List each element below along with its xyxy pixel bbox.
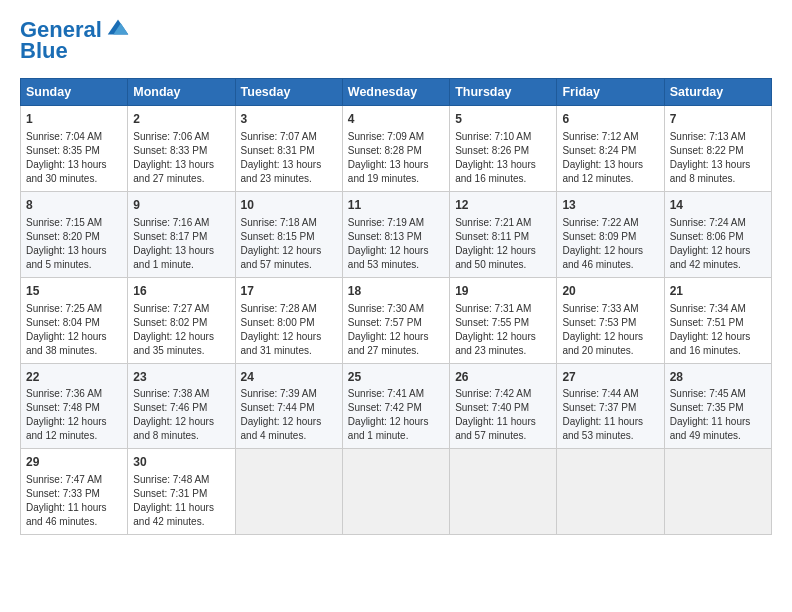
day-cell: 28Sunrise: 7:45 AMSunset: 7:35 PMDayligh… (664, 363, 771, 449)
day-cell: 14Sunrise: 7:24 AMSunset: 8:06 PMDayligh… (664, 191, 771, 277)
day-info-line: Sunset: 7:57 PM (348, 316, 444, 330)
day-cell: 23Sunrise: 7:38 AMSunset: 7:46 PMDayligh… (128, 363, 235, 449)
day-cell: 24Sunrise: 7:39 AMSunset: 7:44 PMDayligh… (235, 363, 342, 449)
day-info-line: Daylight: 13 hours and 5 minutes. (26, 244, 122, 272)
day-number: 8 (26, 197, 122, 214)
day-info-line: Sunset: 8:20 PM (26, 230, 122, 244)
day-number: 26 (455, 369, 551, 386)
day-cell: 1Sunrise: 7:04 AMSunset: 8:35 PMDaylight… (21, 106, 128, 192)
day-cell: 10Sunrise: 7:18 AMSunset: 8:15 PMDayligh… (235, 191, 342, 277)
day-info-line: Sunrise: 7:30 AM (348, 302, 444, 316)
day-number: 30 (133, 454, 229, 471)
day-info-line: Daylight: 13 hours and 12 minutes. (562, 158, 658, 186)
day-cell: 8Sunrise: 7:15 AMSunset: 8:20 PMDaylight… (21, 191, 128, 277)
day-info-line: Sunrise: 7:36 AM (26, 387, 122, 401)
day-info-line: Sunrise: 7:15 AM (26, 216, 122, 230)
day-info-line: Sunrise: 7:41 AM (348, 387, 444, 401)
day-info-line: Sunrise: 7:34 AM (670, 302, 766, 316)
day-info-line: Sunset: 8:00 PM (241, 316, 337, 330)
day-number: 9 (133, 197, 229, 214)
day-number: 25 (348, 369, 444, 386)
day-info-line: Daylight: 13 hours and 27 minutes. (133, 158, 229, 186)
day-info-line: Sunrise: 7:12 AM (562, 130, 658, 144)
day-cell: 17Sunrise: 7:28 AMSunset: 8:00 PMDayligh… (235, 277, 342, 363)
week-row-4: 22Sunrise: 7:36 AMSunset: 7:48 PMDayligh… (21, 363, 772, 449)
day-number: 11 (348, 197, 444, 214)
day-number: 29 (26, 454, 122, 471)
day-info-line: Daylight: 13 hours and 1 minute. (133, 244, 229, 272)
day-info-line: Sunset: 7:48 PM (26, 401, 122, 415)
day-cell: 12Sunrise: 7:21 AMSunset: 8:11 PMDayligh… (450, 191, 557, 277)
day-number: 1 (26, 111, 122, 128)
day-number: 15 (26, 283, 122, 300)
day-number: 18 (348, 283, 444, 300)
day-info-line: Daylight: 12 hours and 31 minutes. (241, 330, 337, 358)
day-info-line: Sunrise: 7:48 AM (133, 473, 229, 487)
col-saturday: Saturday (664, 79, 771, 106)
day-info-line: Sunset: 8:28 PM (348, 144, 444, 158)
day-info-line: Daylight: 11 hours and 49 minutes. (670, 415, 766, 443)
week-row-3: 15Sunrise: 7:25 AMSunset: 8:04 PMDayligh… (21, 277, 772, 363)
day-info-line: Daylight: 12 hours and 27 minutes. (348, 330, 444, 358)
day-info-line: Sunrise: 7:38 AM (133, 387, 229, 401)
day-number: 17 (241, 283, 337, 300)
calendar-table: Sunday Monday Tuesday Wednesday Thursday… (20, 78, 772, 535)
day-info-line: Sunrise: 7:24 AM (670, 216, 766, 230)
day-info-line: Daylight: 12 hours and 35 minutes. (133, 330, 229, 358)
day-info-line: Daylight: 12 hours and 20 minutes. (562, 330, 658, 358)
day-info-line: Daylight: 11 hours and 46 minutes. (26, 501, 122, 529)
day-info-line: Sunrise: 7:39 AM (241, 387, 337, 401)
day-info-line: Sunset: 8:17 PM (133, 230, 229, 244)
day-info-line: Sunrise: 7:45 AM (670, 387, 766, 401)
day-info-line: Sunrise: 7:42 AM (455, 387, 551, 401)
day-info-line: Sunset: 7:46 PM (133, 401, 229, 415)
day-number: 16 (133, 283, 229, 300)
day-number: 12 (455, 197, 551, 214)
day-info-line: Sunset: 8:24 PM (562, 144, 658, 158)
day-info-line: Daylight: 11 hours and 53 minutes. (562, 415, 658, 443)
day-info-line: Sunset: 8:13 PM (348, 230, 444, 244)
day-info-line: Sunrise: 7:18 AM (241, 216, 337, 230)
day-cell: 2Sunrise: 7:06 AMSunset: 8:33 PMDaylight… (128, 106, 235, 192)
day-info-line: Sunset: 8:02 PM (133, 316, 229, 330)
day-info-line: Daylight: 13 hours and 19 minutes. (348, 158, 444, 186)
header: General Blue (20, 18, 772, 64)
day-cell: 30Sunrise: 7:48 AMSunset: 7:31 PMDayligh… (128, 449, 235, 535)
day-number: 21 (670, 283, 766, 300)
day-info-line: Sunrise: 7:04 AM (26, 130, 122, 144)
day-cell: 7Sunrise: 7:13 AMSunset: 8:22 PMDaylight… (664, 106, 771, 192)
day-info-line: Daylight: 12 hours and 23 minutes. (455, 330, 551, 358)
day-info-line: Daylight: 12 hours and 57 minutes. (241, 244, 337, 272)
day-info-line: Sunset: 7:37 PM (562, 401, 658, 415)
day-info-line: Sunrise: 7:16 AM (133, 216, 229, 230)
day-number: 2 (133, 111, 229, 128)
header-row: Sunday Monday Tuesday Wednesday Thursday… (21, 79, 772, 106)
day-cell: 27Sunrise: 7:44 AMSunset: 7:37 PMDayligh… (557, 363, 664, 449)
day-info-line: Daylight: 12 hours and 16 minutes. (670, 330, 766, 358)
day-info-line: Daylight: 13 hours and 8 minutes. (670, 158, 766, 186)
day-number: 10 (241, 197, 337, 214)
day-info-line: Sunset: 7:33 PM (26, 487, 122, 501)
day-number: 20 (562, 283, 658, 300)
day-info-line: Sunset: 7:31 PM (133, 487, 229, 501)
day-cell: 19Sunrise: 7:31 AMSunset: 7:55 PMDayligh… (450, 277, 557, 363)
day-number: 27 (562, 369, 658, 386)
day-cell (342, 449, 449, 535)
day-info-line: Sunrise: 7:06 AM (133, 130, 229, 144)
day-info-line: Daylight: 13 hours and 23 minutes. (241, 158, 337, 186)
day-info-line: Sunrise: 7:44 AM (562, 387, 658, 401)
col-tuesday: Tuesday (235, 79, 342, 106)
day-info-line: Sunset: 8:31 PM (241, 144, 337, 158)
day-info-line: Sunset: 7:42 PM (348, 401, 444, 415)
day-number: 28 (670, 369, 766, 386)
day-info-line: Daylight: 13 hours and 30 minutes. (26, 158, 122, 186)
day-cell: 26Sunrise: 7:42 AMSunset: 7:40 PMDayligh… (450, 363, 557, 449)
day-number: 19 (455, 283, 551, 300)
day-cell: 3Sunrise: 7:07 AMSunset: 8:31 PMDaylight… (235, 106, 342, 192)
day-cell: 5Sunrise: 7:10 AMSunset: 8:26 PMDaylight… (450, 106, 557, 192)
day-cell (664, 449, 771, 535)
day-info-line: Sunrise: 7:25 AM (26, 302, 122, 316)
day-cell: 25Sunrise: 7:41 AMSunset: 7:42 PMDayligh… (342, 363, 449, 449)
day-cell: 11Sunrise: 7:19 AMSunset: 8:13 PMDayligh… (342, 191, 449, 277)
day-cell: 15Sunrise: 7:25 AMSunset: 8:04 PMDayligh… (21, 277, 128, 363)
